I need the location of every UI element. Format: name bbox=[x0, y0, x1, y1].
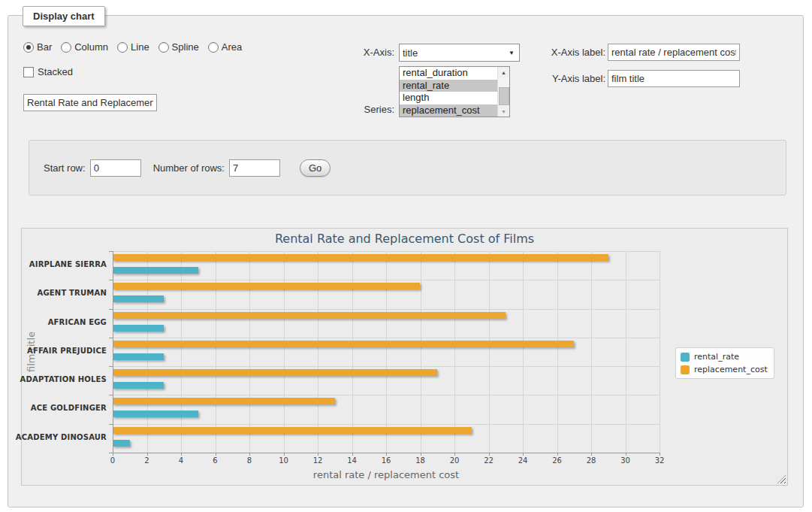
start-row-input[interactable] bbox=[90, 159, 141, 177]
x-tick-label: 26 bbox=[546, 456, 569, 465]
gridline-vertical bbox=[147, 251, 148, 453]
y-axis-label-input[interactable] bbox=[608, 70, 740, 87]
radio-icon bbox=[61, 42, 71, 53]
bar-rental-rate[interactable] bbox=[113, 295, 164, 302]
legend-label: rental_rate bbox=[694, 352, 739, 362]
value-tick bbox=[113, 453, 113, 456]
x-axis-label-input[interactable] bbox=[608, 44, 740, 61]
gridline-vertical bbox=[249, 251, 250, 453]
gridline-vertical bbox=[421, 251, 421, 453]
gridline-vertical bbox=[352, 251, 353, 453]
dropdown-arrow-icon: ▼ bbox=[509, 50, 515, 56]
legend-swatch-icon bbox=[681, 353, 690, 362]
legend-swatch-icon bbox=[681, 365, 690, 374]
series-option-replacement_cost[interactable]: replacement_cost bbox=[400, 105, 509, 117]
bar-replacement-cost[interactable] bbox=[113, 312, 506, 319]
x-tick-label: 8 bbox=[238, 456, 261, 465]
go-button[interactable]: Go bbox=[300, 159, 331, 177]
plot-area bbox=[113, 251, 660, 453]
stacked-checkbox[interactable] bbox=[23, 67, 34, 77]
bar-rental-rate[interactable] bbox=[113, 267, 198, 274]
x-tick-label: 16 bbox=[375, 456, 397, 465]
value-tick bbox=[386, 453, 387, 456]
chart-type-option-column[interactable]: Column bbox=[61, 41, 108, 53]
x-axis-label-caption: X-Axis label: bbox=[534, 47, 605, 58]
bar-rental-rate[interactable] bbox=[113, 325, 164, 332]
radio-icon bbox=[117, 42, 128, 53]
x-tick-label: 12 bbox=[306, 456, 329, 465]
listbox-scrollbar[interactable]: ▲ ▼ bbox=[497, 67, 509, 117]
x-axis-selected-value: title bbox=[403, 47, 418, 59]
x-axis-select[interactable]: title ▼ bbox=[399, 44, 520, 62]
gridline-vertical bbox=[489, 251, 490, 453]
x-tick-label: 28 bbox=[580, 456, 602, 465]
x-tick-label: 32 bbox=[648, 456, 671, 465]
scroll-up-icon[interactable]: ▲ bbox=[498, 67, 509, 77]
chart-title-input[interactable] bbox=[23, 94, 157, 111]
bar-rental-rate[interactable] bbox=[113, 411, 198, 417]
category-label: AFFAIR PREJUDICE bbox=[27, 346, 107, 356]
legend-label: replacement_cost bbox=[694, 365, 768, 374]
bar-replacement-cost[interactable] bbox=[113, 398, 335, 404]
chart-type-label: Bar bbox=[37, 41, 52, 53]
gridline-vertical bbox=[454, 251, 455, 453]
category-label: ACADEMY DINOSAUR bbox=[16, 432, 107, 443]
value-tick bbox=[147, 453, 148, 456]
chart-type-option-spline[interactable]: Spline bbox=[158, 41, 199, 53]
chart-x-axis-title: rental rate / replacement cost bbox=[113, 469, 660, 480]
series-option-length[interactable]: length bbox=[400, 92, 509, 105]
gridline-vertical bbox=[523, 251, 524, 453]
x-tick-label: 0 bbox=[101, 456, 124, 465]
bar-replacement-cost[interactable] bbox=[113, 254, 608, 261]
legend-item-replacement_cost[interactable]: replacement_cost bbox=[681, 365, 768, 374]
bar-replacement-cost[interactable] bbox=[113, 341, 574, 347]
display-chart-fieldset: Display chart BarColumnLineSplineArea St… bbox=[8, 15, 804, 507]
start-row-label: Start row: bbox=[44, 162, 86, 174]
value-tick bbox=[489, 453, 490, 456]
value-tick bbox=[591, 453, 592, 456]
bar-rental-rate[interactable] bbox=[113, 353, 164, 360]
series-option-rental_duration[interactable]: rental_duration bbox=[400, 67, 509, 80]
value-tick bbox=[454, 453, 455, 456]
gridline-horizontal bbox=[113, 280, 660, 280]
num-rows-input[interactable] bbox=[229, 159, 280, 177]
chart-type-option-line[interactable]: Line bbox=[117, 41, 149, 53]
gridline-vertical bbox=[181, 251, 182, 453]
series-option-rental_rate[interactable]: rental_rate bbox=[400, 80, 509, 92]
x-tick-label: 14 bbox=[341, 456, 364, 465]
bar-replacement-cost[interactable] bbox=[113, 427, 472, 434]
resize-handle-icon[interactable] bbox=[777, 475, 786, 483]
series-listbox[interactable]: rental_durationrental_ratelengthreplacem… bbox=[399, 66, 510, 117]
bar-rental-rate[interactable] bbox=[113, 440, 130, 447]
gridline-vertical bbox=[591, 251, 592, 453]
gridline-vertical bbox=[284, 251, 285, 453]
scroll-down-icon[interactable]: ▼ bbox=[498, 106, 509, 117]
page: Display chart BarColumnLineSplineArea St… bbox=[0, 0, 812, 512]
x-tick-label: 30 bbox=[614, 456, 637, 465]
gridline-vertical bbox=[216, 251, 216, 453]
scrollbar-thumb[interactable] bbox=[499, 87, 509, 105]
series-caption: Series: bbox=[331, 104, 394, 115]
num-rows-label: Number of rows: bbox=[153, 162, 225, 174]
gridline-vertical bbox=[318, 251, 318, 453]
x-axis-caption: X-Axis: bbox=[331, 47, 394, 58]
bar-rental-rate[interactable] bbox=[113, 382, 164, 389]
gridline-horizontal bbox=[113, 424, 660, 425]
category-label: ACE GOLDFINGER bbox=[31, 403, 107, 414]
bar-replacement-cost[interactable] bbox=[113, 283, 420, 289]
chart-type-label: Spline bbox=[172, 41, 199, 53]
gridline-horizontal bbox=[113, 251, 660, 252]
legend-item-rental_rate[interactable]: rental_rate bbox=[681, 352, 768, 362]
chart-type-option-bar[interactable]: Bar bbox=[23, 41, 52, 53]
gridline-vertical bbox=[626, 251, 626, 453]
radio-icon bbox=[208, 42, 219, 53]
y-axis-label-caption: Y-Axis label: bbox=[534, 73, 605, 84]
radio-dot-icon bbox=[26, 45, 31, 50]
gridline-horizontal bbox=[113, 309, 660, 310]
chart-type-label: Area bbox=[222, 41, 242, 53]
bar-replacement-cost[interactable] bbox=[113, 369, 437, 376]
chart-type-label: Column bbox=[74, 41, 108, 53]
x-tick-label: 2 bbox=[136, 456, 158, 465]
x-tick-label: 6 bbox=[204, 456, 227, 465]
chart-type-option-area[interactable]: Area bbox=[208, 41, 242, 53]
